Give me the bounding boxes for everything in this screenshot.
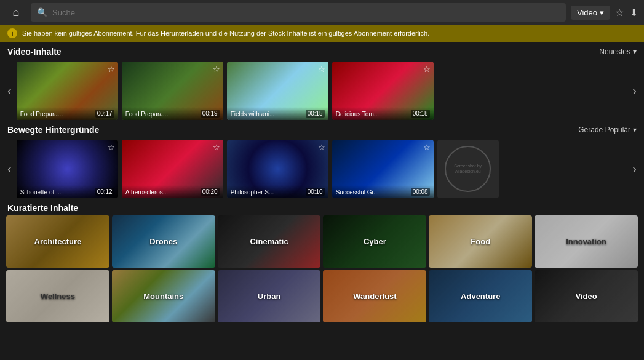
video-card-overlay: Food Prepara... 00:19 (122, 107, 223, 120)
curated-grid: Architecture Drones Cinematic Cyber Food… (0, 215, 644, 322)
curated-label: Adventure (461, 292, 500, 301)
curated-item-cyber[interactable]: Cyber (323, 215, 426, 268)
video-card-title: Atheroscleros... (125, 189, 168, 196)
bewegte-sort-label: Gerade Populär (578, 126, 630, 134)
video-card-duration: 00:12 (95, 188, 114, 196)
warning-text: Sie haben kein gültiges Abonnement. Für … (22, 30, 429, 37)
star-icon[interactable]: ☆ (108, 65, 115, 74)
video-card-overlay: Atheroscleros... 00:20 (122, 185, 223, 198)
curated-item-innovation[interactable]: Innovation (535, 215, 638, 268)
chevron-down-icon: ▾ (633, 126, 637, 134)
kuratierte-title: Kuratierte Inhalte (7, 203, 78, 213)
video-card-duration: 00:19 (201, 110, 220, 118)
video-card-overlay: Philosopher S... 00:10 (227, 185, 328, 198)
curated-item-cinematic[interactable]: Cinematic (218, 215, 321, 268)
video-inhalte-sort-label: Neuestes (599, 47, 630, 56)
video-card-title: Fields with ani... (231, 111, 275, 118)
bewegte-next-arrow[interactable]: › (630, 162, 639, 176)
video-inhalte-sort[interactable]: Neuestes ▾ (599, 47, 637, 56)
curated-label: Urban (258, 292, 281, 301)
curated-item-urban[interactable]: Urban (218, 270, 321, 322)
video-card-duration: 00:18 (411, 110, 430, 118)
star-icon[interactable]: ☆ (318, 65, 325, 74)
video-card-title: Silhouette of ... (20, 189, 62, 196)
bewegte-title: Bewegte Hintergründe (7, 125, 99, 135)
search-input[interactable] (52, 8, 560, 17)
curated-label: Wanderlust (353, 292, 396, 301)
bewegte-prev-arrow[interactable]: ‹ (5, 162, 14, 176)
warning-banner: i Sie haben kein gültiges Abonnement. Fü… (0, 25, 644, 42)
video-inhalte-header: Video-Inhalte Neuestes ▾ (0, 42, 644, 62)
video-selector-label: Video (577, 8, 597, 17)
video-inhalte-carousel: ‹ ☆ Food Prepara... 00:17 ☆ Food Prepara… (0, 62, 644, 120)
curated-label: Food (471, 237, 490, 246)
curated-label: Cyber (364, 237, 386, 246)
curated-label: Architecture (34, 237, 82, 246)
video-card-overlay: Delicious Tom... 00:18 (332, 107, 434, 120)
curated-item-architecture[interactable]: Architecture (6, 215, 109, 268)
video-card-title: Delicious Tom... (336, 111, 379, 118)
video-card[interactable]: ☆ Successful Gr... 00:08 (332, 140, 434, 198)
star-icon[interactable]: ☆ (213, 143, 220, 152)
search-icon: 🔍 (37, 7, 47, 17)
video-card-overlay: Successful Gr... 00:08 (332, 185, 434, 198)
star-icon[interactable]: ☆ (423, 143, 431, 152)
star-icon[interactable]: ☆ (423, 65, 431, 74)
video-card[interactable]: ☆ Fields with ani... 00:15 (227, 62, 328, 120)
video-card[interactable]: ☆ Food Prepara... 00:17 (17, 62, 118, 120)
star-icon[interactable]: ☆ (213, 65, 220, 74)
video-card[interactable]: ☆ Food Prepara... 00:19 (122, 62, 223, 120)
video-card-title: Food Prepara... (125, 111, 168, 118)
video-card-duration: 00:20 (201, 188, 220, 196)
top-bar: ⌂ 🔍 Video ▾ ☆ ⬇ (0, 0, 644, 25)
video-inhalte-title: Video-Inhalte (7, 47, 62, 57)
bewegte-carousel: ‹ ☆ Silhouette of ... 00:12 ☆ Atheroscle… (0, 140, 644, 198)
kuratierte-header: Kuratierte Inhalte (0, 198, 644, 215)
video-card[interactable]: ☆ Delicious Tom... 00:18 (332, 62, 434, 120)
video-card-overlay: Food Prepara... 00:17 (17, 107, 118, 120)
curated-item-drones[interactable]: Drones (112, 215, 215, 268)
curated-label: Video (575, 292, 597, 301)
video-selector-dropdown[interactable]: Video ▾ (571, 6, 610, 20)
video-card-duration: 00:10 (306, 188, 325, 196)
warning-icon: i (7, 28, 17, 38)
curated-label: Innovation (566, 237, 606, 246)
bewegte-track: ☆ Silhouette of ... 00:12 ☆ Atherosclero… (17, 140, 628, 198)
star-icon[interactable]: ☆ (108, 143, 115, 152)
video-card-overlay: Fields with ani... 00:15 (227, 107, 328, 120)
curated-item-food[interactable]: Food (429, 215, 532, 268)
curated-item-mountains[interactable]: Mountains (112, 270, 215, 322)
watermark-card: Screenshot byAlladesign.eu (437, 140, 499, 198)
video-card-title: Successful Gr... (336, 189, 379, 196)
curated-item-wellness[interactable]: Wellness (6, 270, 109, 322)
video-card-duration: 00:17 (95, 110, 114, 118)
curated-label: Drones (149, 237, 177, 246)
curated-label: Cinematic (250, 237, 288, 246)
video-inhalte-next-arrow[interactable]: › (630, 84, 639, 98)
download-icon[interactable]: ⬇ (630, 7, 638, 18)
curated-item-wanderlust[interactable]: Wanderlust (323, 270, 426, 322)
favorites-icon[interactable]: ☆ (615, 7, 624, 18)
video-card-duration: 00:08 (411, 188, 430, 196)
video-card[interactable]: ☆ Atheroscleros... 00:20 (122, 140, 223, 198)
top-icons: ☆ ⬇ (615, 7, 638, 18)
video-card[interactable]: ☆ Silhouette of ... 00:12 (17, 140, 118, 198)
curated-item-video[interactable]: Video (535, 270, 638, 322)
bewegte-header: Bewegte Hintergründe Gerade Populär ▾ (0, 120, 644, 140)
bewegte-sort[interactable]: Gerade Populär ▾ (578, 126, 637, 134)
video-card[interactable]: ☆ Philosopher S... 00:10 (227, 140, 328, 198)
curated-label: Wellness (41, 292, 75, 301)
curated-item-adventure[interactable]: Adventure (429, 270, 532, 322)
chevron-down-icon: ▾ (633, 47, 637, 56)
video-card-title: Food Prepara... (20, 111, 63, 118)
video-card-title: Philosopher S... (231, 189, 274, 196)
search-bar: 🔍 (31, 3, 566, 22)
video-inhalte-track: ☆ Food Prepara... 00:17 ☆ Food Prepara..… (17, 62, 628, 120)
chevron-down-icon: ▾ (600, 8, 604, 17)
video-inhalte-prev-arrow[interactable]: ‹ (5, 84, 14, 98)
home-button[interactable]: ⌂ (6, 2, 26, 22)
star-icon[interactable]: ☆ (318, 143, 325, 152)
video-card-duration: 00:15 (306, 110, 325, 118)
video-card-overlay: Silhouette of ... 00:12 (17, 185, 118, 198)
curated-label: Mountains (143, 292, 183, 301)
